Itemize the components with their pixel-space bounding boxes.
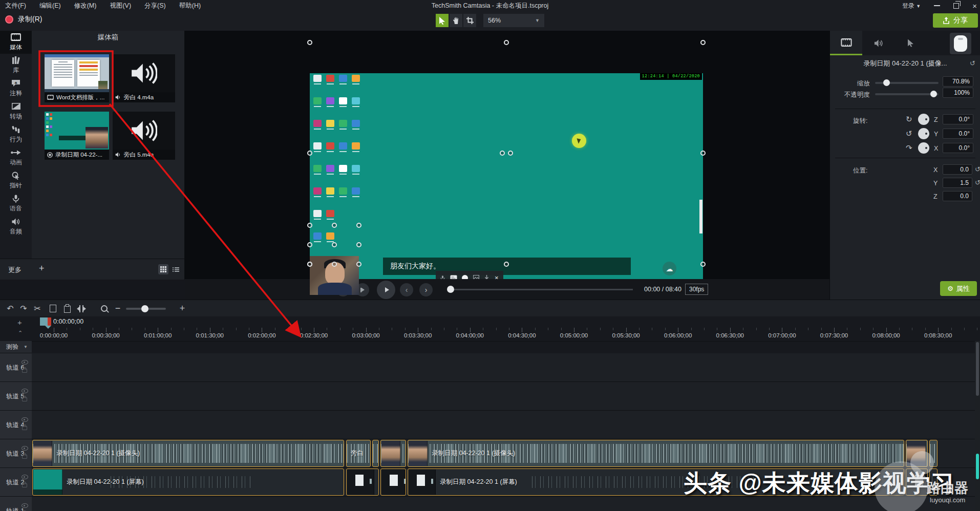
position-y-value[interactable]: 1.5 [943,178,972,188]
selection-handle[interactable] [307,151,312,156]
more-button[interactable]: 更多 [8,265,22,274]
menu-help[interactable]: 帮助(H) [179,2,201,10]
sidebar-item-transitions[interactable]: 转场 [0,100,32,123]
eye-icon[interactable] [22,475,28,479]
crop-tool-button[interactable] [463,14,476,27]
tab-visual-properties[interactable] [830,31,862,55]
media-item-word-video[interactable]: Word文档排版，... [45,54,109,102]
timeline-zoom-button[interactable] [97,300,111,317]
menu-view[interactable]: 视图(V) [110,2,131,10]
timeline-clip[interactable]: 录制日期 04-22-20 1 (摄像头) [32,440,344,467]
opacity-value[interactable]: 100% [943,88,973,98]
menu-file[interactable]: 文件(F) [5,2,26,10]
menu-modify[interactable]: 修改(M) [74,2,97,10]
scale-value[interactable]: 70.8% [943,76,973,87]
redo-button[interactable]: ↷ [17,300,30,317]
quiz-row[interactable]: 测验 ▼ [0,341,32,353]
cut-button[interactable]: ✂ [31,300,44,317]
selection-handle[interactable] [307,242,312,247]
sidebar-item-annotations[interactable]: a 注释 [0,77,32,100]
reset-icon[interactable]: ↺ [970,59,975,67]
selection-handle[interactable] [508,151,513,156]
lock-icon[interactable] [22,455,27,459]
play-button[interactable] [377,281,395,299]
track-lane[interactable]: 录制日期 04-22-20 1 (摄像头)旁白录制日期 04-22-20 1 (… [32,439,980,468]
selection-handle[interactable] [356,262,361,267]
selection-handle[interactable] [356,223,361,228]
select-tool-button[interactable] [436,14,449,27]
sidebar-item-media[interactable]: 媒体 [0,31,32,54]
eye-icon[interactable] [22,360,28,365]
track-header[interactable]: 轨道 3 [0,439,32,468]
timeline-clip[interactable]: 旁白 [346,440,371,467]
lock-icon[interactable] [22,397,27,401]
selection-handle[interactable] [504,262,509,267]
pan-tool-button[interactable] [450,14,462,27]
selection-handle[interactable] [307,223,312,228]
track-header[interactable]: 轨道 6 [0,353,32,382]
selection-handle[interactable] [332,223,337,228]
rotate-x-icon[interactable]: ↷ [906,143,912,153]
eye-icon[interactable] [22,417,28,422]
menu-edit[interactable]: 编辑(E) [39,2,61,10]
rotation-dial-z[interactable] [918,114,929,125]
tab-audio-properties[interactable] [862,31,894,55]
track-header[interactable]: 轨道 2 [0,468,32,497]
timeline-clip[interactable] [372,440,379,467]
add-media-button[interactable]: + [39,263,45,274]
selection-handle[interactable] [356,242,361,247]
media-item-audio-5[interactable]: 旁白 5.m4a [113,112,175,160]
track-lane[interactable] [32,411,980,439]
menu-share[interactable]: 分享(S) [144,2,166,10]
grid-view-button[interactable] [158,264,168,274]
media-item-audio-4[interactable]: 旁白 4.m4a [113,54,175,102]
record-button[interactable]: 录制(R) [5,15,42,24]
timeline-clip[interactable]: 录制日期 04-22-20 1 (屏幕) [32,469,344,496]
selection-handle[interactable] [500,151,505,156]
selection-handle[interactable] [504,40,509,45]
minimize-button[interactable] [934,5,940,6]
rotation-dial-x[interactable] [918,142,929,154]
timeline-clip[interactable] [380,469,406,496]
sidebar-item-voice[interactable]: 语音 [0,192,32,215]
timeline-clip[interactable] [906,440,928,467]
rotate-y-icon[interactable]: ↺ [906,129,912,138]
previous-clip-button[interactable]: ‹ [400,283,413,296]
zoom-in-button[interactable]: + [177,300,187,317]
playhead-out-marker[interactable] [48,317,51,326]
timeline-clip[interactable] [346,469,379,496]
rotate-z-icon[interactable]: ↻ [906,115,912,124]
rotation-x-value[interactable]: 0.0° [943,143,973,153]
selection-handle[interactable] [307,262,312,267]
webcam-device-icon[interactable] [950,33,971,54]
timeline-clip[interactable] [929,440,938,467]
playhead-in-marker[interactable] [40,317,48,326]
next-clip-button[interactable]: › [419,283,433,296]
selection-handle[interactable] [700,40,706,45]
close-button[interactable]: × [972,2,977,10]
sidebar-item-animations[interactable]: 动画 [0,146,32,169]
opacity-slider[interactable] [875,93,939,95]
sidebar-item-library[interactable]: 库 [0,54,32,77]
rotation-dial-y[interactable] [918,128,929,139]
scrubber-handle[interactable] [447,286,454,293]
selection-handle[interactable] [307,40,312,45]
paste-button[interactable] [60,300,74,317]
sidebar-item-behaviors[interactable]: 行为 [0,123,32,146]
login-button[interactable]: 登录 ▼ [902,2,921,10]
add-track-button[interactable]: + [17,318,22,327]
selection-handle[interactable] [700,151,706,156]
sidebar-item-cursor-effects[interactable]: 指针 [0,169,32,192]
position-x-value[interactable]: 0.0 [943,164,972,175]
selection-handle[interactable] [700,262,706,267]
lock-icon[interactable] [22,369,27,373]
canvas-zoom-select[interactable]: 56%▼ [483,14,544,27]
undo-button[interactable]: ↶ [4,300,16,317]
reset-icon[interactable]: ↺ [975,165,980,173]
selection-handle[interactable] [332,242,337,247]
timeline-clip[interactable]: 录制日期 04-22-20 1 (摄像头) [408,440,904,467]
timeline-ruler[interactable]: 0:00:00;000:00:30;000:01:00;000:01:30;00… [0,328,980,342]
copy-button[interactable] [46,300,59,317]
track-header[interactable]: 轨道 4 [0,411,32,439]
zoom-out-button[interactable]: − [113,300,123,317]
